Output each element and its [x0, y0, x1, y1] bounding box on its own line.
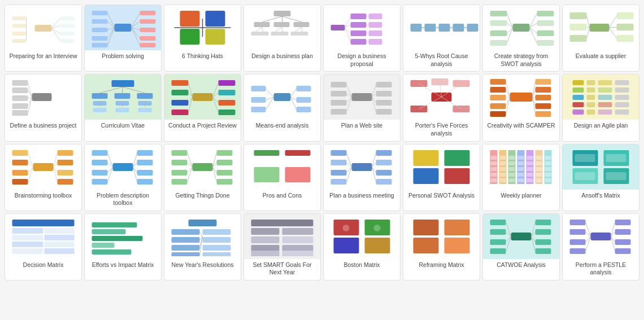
card-label-problem-description: Problem description toolbox	[85, 190, 161, 211]
template-card-ansoffs-matrix[interactable]: Ansoff's Matrix	[562, 144, 639, 211]
svg-rect-24	[92, 36, 108, 41]
svg-line-16	[52, 28, 60, 41]
svg-line-121	[28, 83, 32, 97]
template-card-strategy-swot[interactable]: Create strategy from SWOT analysis	[482, 5, 560, 72]
card-label-preparing-interview: Preparing for an Interview	[5, 50, 81, 64]
svg-rect-328	[491, 156, 497, 160]
svg-rect-219	[536, 95, 551, 100]
svg-rect-161	[219, 109, 236, 115]
template-card-smart-goals[interactable]: Set SMART Goals For Next Year	[243, 213, 321, 280]
template-card-business-meeting[interactable]: Plan a business meeting	[323, 144, 401, 211]
svg-rect-239	[598, 102, 612, 107]
svg-rect-347	[518, 161, 524, 165]
template-card-five-whys[interactable]: 5-Whys Root Cause analysis	[403, 5, 480, 72]
template-card-pestle[interactable]: Perform a PESTLE analysis	[562, 213, 639, 280]
card-label-curriculum-vitae: Curriculum Vitae	[85, 120, 161, 133]
svg-rect-62	[298, 32, 308, 36]
template-card-catwoe[interactable]: CATWOE Analysis	[482, 213, 560, 280]
svg-rect-157	[219, 90, 236, 95]
template-card-porters-five[interactable]: Porter's Five Forces analysis	[403, 74, 480, 141]
template-card-six-thinking-hats[interactable]: 6 Thinking Hats	[164, 5, 241, 72]
svg-rect-7	[12, 39, 27, 43]
template-card-new-years[interactable]: New Year's Resolutions	[164, 213, 241, 280]
svg-rect-368	[545, 178, 551, 182]
svg-line-132	[100, 87, 123, 93]
svg-line-59	[295, 27, 302, 32]
svg-rect-329	[491, 161, 497, 165]
template-card-brainstorming[interactable]: Brainstorming toolbox	[5, 144, 82, 211]
template-card-reframing[interactable]: Reframing Matrix	[403, 213, 480, 280]
template-card-curriculum-vitae[interactable]: Curriculum Vitae	[84, 74, 162, 141]
template-card-weekly-planner[interactable]: Weekly planner	[482, 144, 560, 211]
template-card-getting-things-done[interactable]: Getting Things Done	[164, 144, 241, 211]
svg-rect-174	[297, 107, 311, 112]
svg-rect-5	[12, 32, 27, 36]
svg-rect-183	[331, 109, 347, 115]
card-thumbnail-weekly-planner	[483, 144, 559, 190]
card-label-smart-goals: Set SMART Goals For Next Year	[244, 259, 320, 280]
svg-line-175	[291, 97, 297, 109]
svg-rect-286	[172, 179, 188, 185]
svg-rect-349	[518, 173, 524, 177]
svg-rect-109	[570, 24, 587, 30]
svg-rect-434	[536, 229, 551, 235]
svg-rect-9	[60, 16, 75, 20]
svg-rect-230	[587, 87, 595, 93]
svg-rect-211	[490, 103, 506, 109]
template-card-boston-matrix[interactable]: Boston Matrix	[323, 213, 401, 280]
svg-rect-254	[58, 150, 73, 156]
svg-rect-386	[92, 222, 137, 227]
svg-line-322	[372, 167, 376, 182]
svg-rect-205	[490, 79, 506, 85]
svg-rect-0	[35, 25, 52, 32]
svg-line-199	[419, 97, 442, 109]
card-label-porters-five: Porter's Five Forces analysis	[403, 120, 480, 141]
template-card-pros-cons[interactable]: Pros and Cons	[243, 144, 321, 211]
svg-rect-229	[573, 87, 584, 93]
template-card-project-review[interactable]: Conduct a Project Review	[164, 74, 241, 141]
svg-rect-315	[376, 150, 392, 156]
template-card-problem-description[interactable]: Problem description toolbox	[84, 144, 162, 211]
svg-rect-170	[297, 86, 311, 91]
svg-rect-319	[376, 170, 392, 176]
svg-rect-399	[203, 245, 231, 251]
svg-rect-248	[12, 160, 28, 165]
template-card-agile-plan[interactable]: Design an Agile plan	[562, 74, 639, 141]
svg-rect-231	[598, 87, 612, 93]
template-card-preparing-interview[interactable]: Preparing for an Interview	[5, 5, 82, 72]
template-card-problem-solving[interactable]: Problem solving	[84, 5, 162, 72]
card-label-pros-cons: Pros and Cons	[244, 190, 320, 203]
svg-rect-111	[570, 35, 587, 42]
svg-rect-381	[45, 235, 75, 240]
svg-rect-332	[491, 178, 497, 182]
svg-line-76	[345, 28, 351, 42]
svg-rect-260	[58, 179, 73, 185]
svg-rect-115	[617, 24, 634, 30]
template-card-decision-matrix[interactable]: Decision Matrix	[5, 213, 82, 280]
svg-rect-326	[445, 168, 470, 184]
svg-rect-233	[573, 95, 584, 100]
svg-rect-407	[251, 236, 280, 243]
svg-rect-263	[92, 150, 108, 156]
svg-line-216	[533, 82, 536, 97]
template-card-define-business-project[interactable]: Define a business project	[5, 74, 82, 141]
template-card-design-business-plan[interactable]: Design a business plan	[243, 5, 321, 72]
svg-rect-191	[376, 109, 392, 115]
svg-line-210	[506, 97, 510, 98]
card-label-strategy-swot: Create strategy from SWOT analysis	[483, 50, 559, 71]
svg-rect-149	[172, 90, 189, 95]
template-card-evaluate-supplier[interactable]: Evaluate a supplier	[562, 5, 639, 72]
template-card-plan-website[interactable]: Plan a Web site	[323, 74, 401, 141]
svg-line-212	[506, 97, 510, 106]
svg-rect-80	[411, 24, 422, 32]
template-card-means-end[interactable]: Means-end analysis	[243, 74, 321, 141]
svg-rect-385	[45, 248, 75, 254]
template-card-personal-swot[interactable]: Personal SWOT Analysis	[403, 144, 480, 211]
svg-rect-420	[445, 220, 470, 235]
card-label-catwoe: CATWOE Analysis	[483, 259, 559, 273]
svg-rect-356	[527, 178, 533, 182]
template-card-efforts-impact[interactable]: Efforts vs Impact Matrix	[84, 213, 162, 280]
template-card-design-business-proposal[interactable]: Design a business proposal	[323, 5, 401, 72]
template-card-creativity-scamper[interactable]: Creativity with SCAMPER	[482, 74, 560, 141]
svg-rect-389	[92, 243, 115, 248]
